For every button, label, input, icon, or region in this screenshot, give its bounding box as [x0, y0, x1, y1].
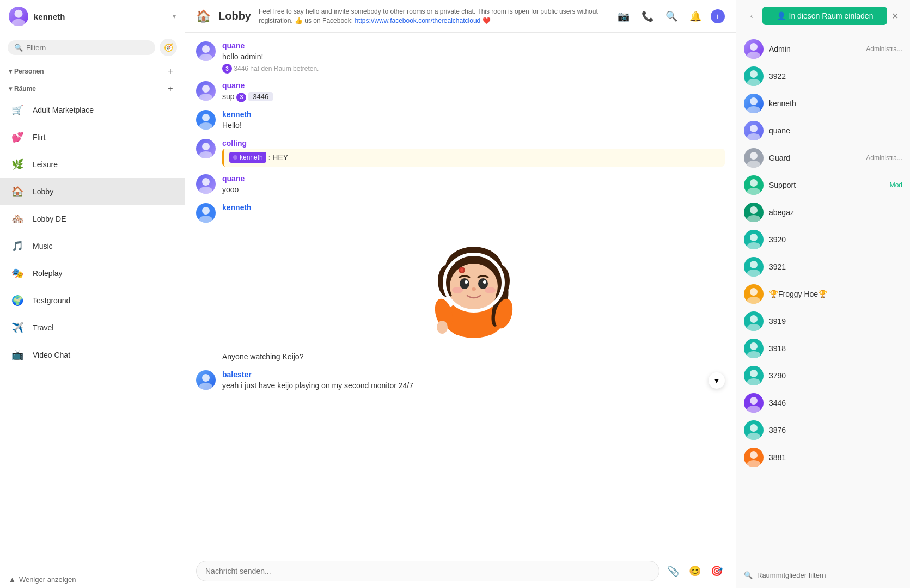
message-avatar	[196, 81, 216, 101]
member-item-abegaz[interactable]: abegaz	[736, 199, 910, 226]
room-icon-testground: 🌍	[9, 292, 26, 309]
member-item-3918[interactable]: 3918	[736, 335, 910, 362]
member-avatar-abegaz	[744, 203, 764, 222]
sidebar-item-video-chat[interactable]: 📺 Video Chat	[0, 341, 185, 369]
invite-button[interactable]: 👤 In diesen Raum einladen	[762, 7, 887, 25]
svg-point-37	[202, 374, 210, 382]
search-icon[interactable]: 🔍	[663, 8, 680, 25]
member-name-3790: 3790	[769, 371, 902, 380]
member-item-admin[interactable]: Admin Administra...	[736, 35, 910, 63]
svg-point-64	[747, 378, 760, 385]
member-item-3790[interactable]: 3790	[736, 362, 910, 389]
svg-point-31	[485, 287, 496, 293]
member-name-abegaz: abegaz	[769, 208, 902, 217]
video-call-icon[interactable]: 📷	[615, 8, 632, 25]
message-text: Hello!	[222, 120, 725, 131]
member-item-guard[interactable]: Guard Administra...	[736, 144, 910, 171]
sidebar-item-adult-marketplace[interactable]: 🛒 Adult Marketplace	[0, 96, 185, 124]
attachment-icon[interactable]: 📎	[665, 563, 681, 579]
member-avatar-3919	[744, 311, 764, 331]
message-item: colling kenneth : HEY	[196, 139, 725, 167]
svg-point-56	[747, 270, 760, 277]
sidebar-header: kenneth ▾	[0, 0, 185, 33]
sidebar-item-flirt[interactable]: 💕 Flirt	[0, 124, 185, 151]
chevron-down-icon: ▾	[9, 85, 12, 93]
badge: 3	[222, 64, 232, 74]
member-avatar-3881	[744, 448, 764, 467]
svg-point-2	[202, 45, 210, 53]
member-item-3881[interactable]: 3881	[736, 444, 910, 471]
sidebar-item-testground[interactable]: 🌍 Testground	[0, 287, 185, 314]
svg-point-34	[437, 321, 448, 334]
compass-icon-btn[interactable]: 🧭	[160, 39, 177, 56]
message-content: colling kenneth : HEY	[222, 139, 725, 167]
sidebar-item-lobby-de[interactable]: 🏘️ Lobby DE	[0, 205, 185, 232]
notification-icon[interactable]: 🔔	[687, 8, 704, 25]
message-item: kenneth	[196, 203, 725, 344]
member-item-3920[interactable]: 3920	[736, 226, 910, 253]
svg-point-50	[747, 188, 760, 195]
scroll-down-button[interactable]: ▼	[709, 372, 725, 389]
member-item-kenneth[interactable]: kenneth	[736, 90, 910, 117]
facebook-link[interactable]: https://www.facebook.com/therealchatclou…	[355, 17, 480, 24]
svg-point-11	[202, 178, 210, 186]
phone-icon[interactable]: 📞	[639, 8, 656, 25]
svg-point-40	[747, 52, 760, 59]
search-input-wrap[interactable]: 🔍	[8, 40, 155, 55]
message-username: kenneth	[222, 203, 725, 212]
sidebar-item-lobby[interactable]: 🏠 Lobby	[0, 178, 185, 205]
chevron-down-icon[interactable]: ▾	[173, 13, 176, 20]
message-item: quane hello admin! 3 3446 hat den Raum b…	[196, 41, 725, 74]
member-avatar-3918	[744, 339, 764, 358]
member-item-support[interactable]: Support Mod	[736, 171, 910, 199]
member-item-3919[interactable]: 3919	[736, 308, 910, 335]
search-input[interactable]	[26, 44, 149, 52]
svg-point-30	[452, 287, 463, 293]
right-panel: ‹ 👤 In diesen Raum einladen ✕ Admin Admi…	[736, 0, 910, 588]
sticker-icon[interactable]: 🎯	[709, 563, 725, 579]
close-panel-button[interactable]: ✕	[887, 8, 902, 23]
member-avatar-3922	[744, 66, 764, 86]
member-name-quane: quane	[769, 126, 902, 135]
sidebar-item-travel[interactable]: ✈️ Travel	[0, 314, 185, 341]
message-username: quane	[222, 174, 725, 183]
svg-point-38	[199, 383, 212, 390]
info-icon[interactable]: i	[711, 9, 725, 23]
sidebar-item-music[interactable]: 🎵 Music	[0, 232, 185, 260]
room-name-testground: Testground	[33, 296, 70, 305]
svg-point-57	[750, 288, 758, 296]
sidebar-item-leisure[interactable]: 🌿 Leisure	[0, 151, 185, 178]
sidebar-item-roleplay[interactable]: 🎭 Roleplay	[0, 260, 185, 287]
svg-point-4	[202, 85, 210, 93]
emoji-icon[interactable]: 😊	[687, 563, 703, 579]
member-item-quane[interactable]: quane	[736, 117, 910, 144]
svg-point-47	[750, 152, 758, 160]
svg-point-28	[465, 280, 468, 284]
collapse-panel-button[interactable]: ‹	[744, 8, 759, 23]
svg-point-55	[750, 261, 758, 268]
member-item-froggy[interactable]: 🏆Froggy Hoe🏆	[736, 280, 910, 308]
raeume-label: ▾ Räume	[9, 85, 36, 93]
sidebar: kenneth ▾ 🔍 🧭 ▾ Personen + ▾ Räume + 🛒 A…	[0, 0, 185, 588]
raeume-section-header[interactable]: ▾ Räume +	[0, 79, 185, 96]
member-avatar-guard	[744, 148, 764, 168]
add-personen-button[interactable]: +	[165, 66, 176, 77]
svg-point-7	[199, 122, 212, 130]
less-rooms-toggle[interactable]: ▲ Weniger anzeigen	[0, 571, 185, 588]
member-avatar-3921	[744, 257, 764, 277]
member-item-3922[interactable]: 3922	[736, 63, 910, 90]
room-icon-lobby-de: 🏘️	[9, 210, 26, 228]
member-item-3921[interactable]: 3921	[736, 253, 910, 280]
add-raum-button[interactable]: +	[165, 83, 176, 94]
chevron-up-icon: ▲	[9, 575, 16, 584]
personen-section-header[interactable]: ▾ Personen +	[0, 62, 185, 79]
member-item-3876[interactable]: 3876	[736, 416, 910, 444]
message-avatar	[196, 174, 216, 194]
svg-point-68	[747, 433, 760, 440]
filter-members-button[interactable]: 🔍 Raummitglieder filtern	[744, 568, 902, 583]
message-input[interactable]	[196, 561, 659, 581]
member-name-kenneth: kenneth	[769, 99, 902, 108]
member-avatar-quane	[744, 121, 764, 140]
member-item-3446[interactable]: 3446	[736, 389, 910, 416]
svg-point-60	[747, 324, 760, 331]
